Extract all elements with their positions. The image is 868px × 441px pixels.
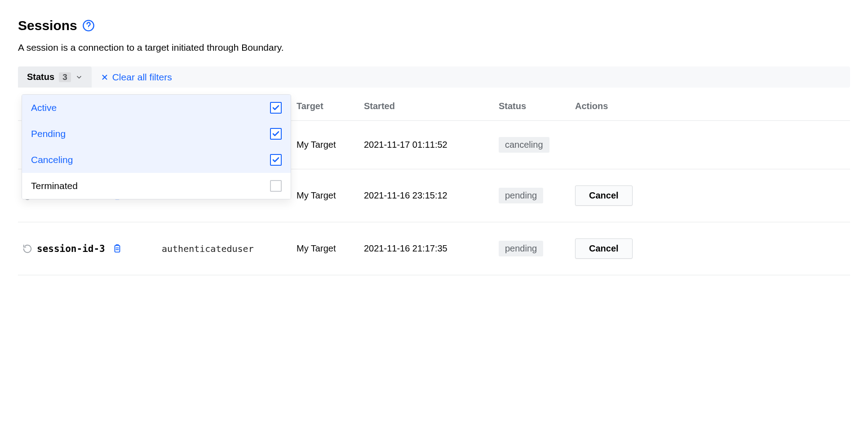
checkbox-checked-icon[interactable] xyxy=(270,154,282,166)
session-id-text[interactable]: session-id-3 xyxy=(37,243,105,254)
filter-option-terminated[interactable]: Terminated xyxy=(22,173,291,199)
table-row: session-id-3 authenticateduser My Target… xyxy=(18,222,850,275)
filter-option-label: Pending xyxy=(31,128,66,139)
filter-option-label: Canceling xyxy=(31,154,73,165)
started-cell: 2021-11-17 01:11:52 xyxy=(364,140,499,150)
help-icon[interactable] xyxy=(82,19,95,32)
session-arrow-icon xyxy=(22,244,32,254)
checkbox-checked-icon[interactable] xyxy=(270,128,282,140)
filter-bar: Status 3 Clear all filters Active Pendin… xyxy=(18,66,850,88)
started-cell: 2021-11-16 23:15:12 xyxy=(364,190,499,201)
cancel-button[interactable]: Cancel xyxy=(575,185,633,206)
checkbox-unchecked-icon[interactable] xyxy=(270,180,282,192)
column-status: Status xyxy=(499,101,575,111)
user-cell: authenticateduser xyxy=(162,243,297,254)
svg-rect-8 xyxy=(115,245,120,252)
column-target: Target xyxy=(297,101,364,111)
target-cell: My Target xyxy=(297,140,364,150)
filter-option-label: Active xyxy=(31,102,57,113)
actions-cell: Cancel xyxy=(575,185,846,206)
close-icon xyxy=(101,73,109,81)
chevron-down-icon xyxy=(75,74,83,81)
clear-filters-button[interactable]: Clear all filters xyxy=(92,66,181,88)
status-filter-label: Status xyxy=(27,72,54,82)
status-filter-chip[interactable]: Status 3 xyxy=(18,66,92,88)
column-started: Started xyxy=(364,101,499,111)
cancel-button[interactable]: Cancel xyxy=(575,238,633,259)
checkbox-checked-icon[interactable] xyxy=(270,102,282,114)
session-id-cell: session-id-3 xyxy=(22,243,162,254)
status-badge: pending xyxy=(499,241,543,256)
status-cell: canceling xyxy=(499,137,575,153)
page-title: Sessions xyxy=(18,18,77,33)
target-cell: My Target xyxy=(297,190,364,201)
status-cell: pending xyxy=(499,241,575,256)
filter-option-label: Terminated xyxy=(31,181,78,191)
clear-filters-label: Clear all filters xyxy=(112,72,172,83)
status-cell: pending xyxy=(499,188,575,203)
status-badge: canceling xyxy=(499,137,549,153)
status-filter-dropdown: Active Pending Canceling Terminated xyxy=(22,94,291,199)
svg-point-1 xyxy=(88,28,89,28)
started-cell: 2021-11-16 21:17:35 xyxy=(364,243,499,254)
status-badge: pending xyxy=(499,188,543,203)
filter-option-pending[interactable]: Pending xyxy=(22,121,291,147)
column-actions: Actions xyxy=(575,101,846,111)
filter-option-canceling[interactable]: Canceling xyxy=(22,147,291,173)
target-cell: My Target xyxy=(297,243,364,254)
actions-cell: Cancel xyxy=(575,238,846,259)
filter-option-active[interactable]: Active xyxy=(22,95,291,121)
status-filter-count: 3 xyxy=(59,72,71,82)
page-description: A session is a connection to a target in… xyxy=(18,42,850,53)
clipboard-icon[interactable] xyxy=(112,244,122,254)
